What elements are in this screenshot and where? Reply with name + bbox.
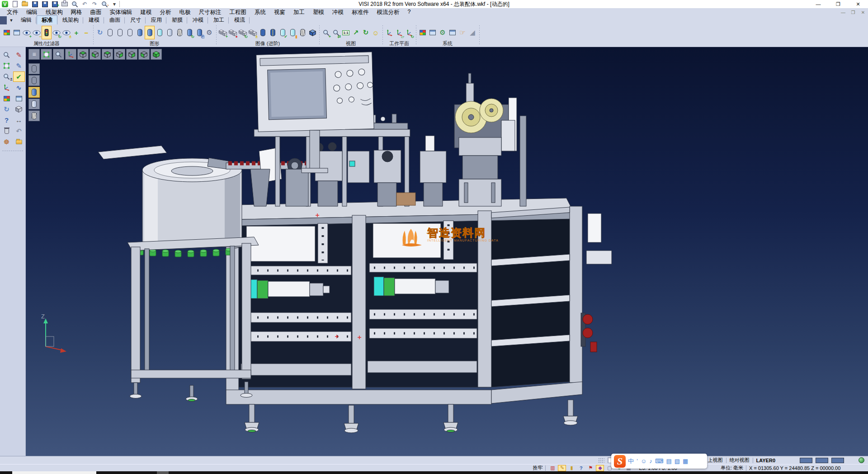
menu-曲面[interactable]: 曲面 [86,9,106,16]
ribbon-tab-加工[interactable]: 加工 [208,15,229,24]
valve-assembly[interactable] [581,313,597,352]
menu-尺寸标注[interactable]: 尺寸标注 [195,9,226,16]
regen-graphics-icon[interactable]: ↻ [95,26,105,39]
ribbon-tab-塑膜[interactable]: 塑膜 [167,15,188,24]
print-icon[interactable] [61,0,69,8]
shaded-display-icon[interactable] [135,26,145,39]
machine-cabinet[interactable] [215,198,612,404]
toggle-scene-icon[interactable]: ± [248,26,258,39]
dashed-hidden-display-icon[interactable] [125,26,135,39]
layer-indicator[interactable]: LAYER0 [756,458,775,463]
view-right-icon[interactable] [126,49,137,60]
ime-punctuation-icon[interactable]: ’ [637,458,638,465]
curve-tools-icon[interactable]: ∿ [13,82,25,93]
zoom-one-to-one-icon[interactable]: 1:1 [341,26,351,39]
pan-view-icon[interactable]: ↗ [351,26,361,39]
strip-shaded-icon[interactable] [28,87,40,98]
view-bottom-icon[interactable] [90,49,101,60]
status-help-icon[interactable]: ? [577,465,585,471]
strip-hidden-icon[interactable] [28,75,40,86]
color-swatch-1[interactable] [800,458,812,463]
tab-overflow-button[interactable]: ▼ [7,18,16,23]
menu-分析[interactable]: 分析 [156,9,175,16]
strip-flat-icon[interactable] [28,99,40,109]
hidden-line-display-icon[interactable] [115,26,125,39]
attribute-copy-icon[interactable] [12,26,22,39]
selection-frame-icon[interactable] [1,61,13,71]
strip-wireframe-icon[interactable] [28,63,40,74]
ribbon-tab-建模[interactable]: 建模 [84,15,104,24]
recent-files-icon[interactable]: ◔ [100,0,108,8]
refresh-visibility-icon[interactable]: ↻ [52,26,61,39]
draft-angle-icon[interactable]: ◢ [467,26,477,39]
ribbon-tab-标准[interactable]: 标准 [37,15,57,24]
toggle-visibility-icon[interactable]: ± [61,26,71,39]
view-axis-icon[interactable] [65,49,76,60]
customize-quick-access-icon[interactable]: ▾ [110,0,118,8]
menu-实体编辑[interactable]: 实体编辑 [106,9,137,16]
zoom-extents-icon[interactable]: ⇄ [331,26,341,39]
menu-工程图[interactable]: 工程图 [226,9,251,16]
flat-display-icon[interactable] [165,26,175,39]
ribbon-tab-线架构[interactable]: 线架构 [57,15,84,24]
snap-settings-icon[interactable]: ☞ [458,26,467,39]
lock-toggle[interactable]: 拴牢 [533,465,542,471]
window-close-button[interactable]: ✕ [848,0,868,8]
clipboard-folder-icon[interactable] [13,137,25,147]
system-settings-icon[interactable]: ⚙ [438,26,448,39]
show-all-icon[interactable]: + [71,26,81,39]
save-file-icon[interactable] [31,0,39,8]
view-frame-icon[interactable] [41,49,52,60]
workplane-align-icon[interactable]: ▱ [394,26,404,39]
ime-mode-icon[interactable]: 中 [628,457,634,465]
press-unit[interactable] [454,73,517,206]
show-entities-icon[interactable]: + [22,26,32,39]
striped-view-icon[interactable] [268,26,278,39]
hide-all-icon[interactable]: − [81,26,91,39]
edit-entity-icon[interactable]: ✎ [13,50,25,60]
hatched-display-icon[interactable] [175,26,184,39]
translucent-display-icon[interactable] [155,26,165,39]
shaded-edges-display-icon[interactable] [145,26,155,39]
view-orientation-icon[interactable]: ☺ [371,26,381,39]
menu-视窗[interactable]: 视窗 [270,9,289,16]
menu-系统[interactable]: 系统 [250,9,270,16]
view-left-icon[interactable] [114,49,125,60]
navigator-icon[interactable]: ☸ [1,137,13,147]
workplane-rotate-icon[interactable]: ↻ [404,26,414,39]
view-top-icon[interactable] [102,49,113,60]
delete-icon[interactable] [1,126,13,136]
wcs-move-icon[interactable] [1,82,13,93]
menu-标准件[interactable]: 标准件 [348,9,373,16]
status-gem-icon[interactable]: ◆ [596,465,604,471]
absolute-view-label[interactable]: 绝对视图 [730,457,750,464]
spline-edit-icon[interactable]: ✎ [13,61,25,71]
strip-hatched-icon[interactable] [28,110,40,121]
ime-person-icon[interactable]: ▤ [666,458,671,465]
menu-塑模[interactable]: 塑模 [309,9,328,16]
view-iso-icon[interactable] [77,49,89,60]
layer-palette-icon[interactable] [1,93,13,104]
color-swatch-3[interactable] [831,458,844,463]
update-scene-icon[interactable]: ↻ [238,26,248,39]
document-minimize-button[interactable]: — [838,9,848,16]
taskbar-segment[interactable] [157,471,169,474]
solid-view-icon[interactable] [258,26,268,39]
ribbon-tab-尺寸[interactable]: 尺寸 [125,15,146,24]
window-options-icon[interactable] [448,26,458,39]
wireframe-display-icon[interactable] [105,26,115,39]
ime-skin-icon[interactable]: ▧ [675,458,680,465]
taskbar-window-segment[interactable] [12,471,96,474]
ribbon-tab-模流[interactable]: 模流 [229,15,250,24]
visi-logo[interactable]: V [1,0,9,8]
menu-编辑[interactable]: 编辑 [22,9,42,16]
menu-?[interactable]: ? [404,9,415,16]
ribbon-tab-编辑[interactable]: 编辑 [16,15,37,24]
add-to-scene-icon[interactable]: + [218,26,228,39]
copy-display-icon[interactable]: ⎘ [194,26,204,39]
viewport-3d-model[interactable]: Z [26,47,868,456]
bowl-feeder[interactable] [98,146,259,402]
ime-keyboard-icon[interactable]: ⌨ [655,458,664,465]
menu-文件[interactable]: 文件 [3,9,22,16]
rotate-view-icon[interactable]: ↻ [361,26,371,39]
